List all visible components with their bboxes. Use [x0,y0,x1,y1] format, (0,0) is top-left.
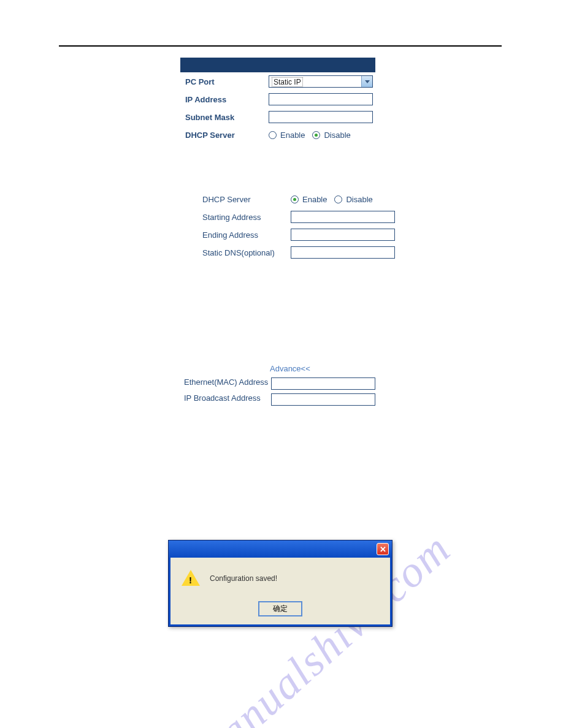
ethernet-mac-label: Ethernet(MAC) Address [184,377,271,387]
static-dns-input[interactable] [291,246,395,259]
dhcp-enable-radio-2[interactable] [291,195,299,203]
chevron-down-icon [361,76,372,87]
ok-button[interactable]: 确定 [259,602,302,616]
subnet-mask-label: Subnet Mask [185,113,269,122]
ethernet-mac-input[interactable] [271,377,375,390]
disable-label-2: Disable [346,195,372,204]
advance-toggle-link[interactable]: Advance<< [270,364,310,373]
dhcp-server-label: DHCP Server [185,131,269,140]
ending-address-input[interactable] [291,229,395,241]
ip-address-label: IP Address [185,95,269,104]
dhcp-disable-radio-2[interactable] [334,195,342,203]
dialog-titlebar: ✕ [169,540,392,558]
pc-port-select[interactable]: Static IP [269,75,373,88]
ip-address-input[interactable] [269,93,373,105]
disable-label-1: Disable [324,131,350,140]
dhcp-server-section: DHCP Server Enable Disable Starting Addr… [202,192,395,264]
close-icon[interactable]: ✕ [377,543,389,555]
alert-dialog: ✕ ! Configuration saved! 确定 [168,540,393,627]
horizontal-rule [59,45,502,47]
advance-section: Advance<< Ethernet(MAC) Address IP Broad… [184,364,375,406]
ip-broadcast-label: IP Broadcast Address [184,393,271,403]
dhcp-disable-radio-1[interactable] [312,131,320,139]
section-header-bar [180,58,375,72]
starting-address-label: Starting Address [202,213,291,222]
dialog-message: Configuration saved! [210,574,277,583]
pc-port-select-value: Static IP [272,77,303,87]
dhcp-server-label-2: DHCP Server [202,195,291,204]
ip-broadcast-input[interactable] [271,393,375,406]
starting-address-input[interactable] [291,211,395,223]
enable-label-1: Enable [280,131,305,140]
pc-port-section: PC Port Static IP IP Address Subnet Mask… [185,75,373,146]
subnet-mask-input[interactable] [269,111,373,123]
static-dns-label: Static DNS(optional) [202,248,291,257]
dhcp-enable-radio-1[interactable] [269,131,277,139]
ending-address-label: Ending Address [202,230,291,240]
pc-port-label: PC Port [185,77,269,86]
enable-label-2: Enable [302,195,327,204]
warning-icon: ! [182,570,200,587]
